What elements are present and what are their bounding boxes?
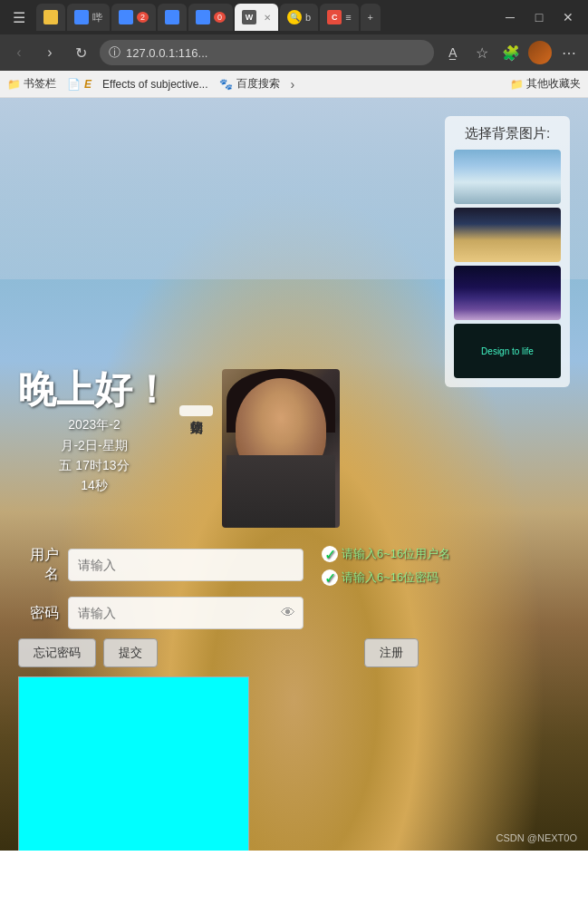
baidu-label: 百度搜索 <box>236 76 280 92</box>
form-left: 用户名 密码 👁 <box>18 546 304 629</box>
tab-5-badge: 0 <box>214 12 226 23</box>
password-input-wrapper: 👁 <box>68 597 304 629</box>
forgot-password-button[interactable]: 忘记密码 <box>18 638 96 667</box>
plus-icon: + <box>368 12 373 23</box>
baidu-icon: 🐾 <box>219 78 233 91</box>
username-row: 用户名 <box>18 546 304 584</box>
url-text: 127.0.0.1:116... <box>126 46 207 60</box>
greeting-datetime: 晚上好！ 2023年-2月-2日-星期五 17时13分14秒 <box>18 369 170 496</box>
bookmark-bookmarks-bar[interactable]: 📁 书签栏 <box>7 76 56 92</box>
secure-icon: ⓘ <box>109 44 120 61</box>
tab-7[interactable]: 🔍 b <box>280 4 318 31</box>
url-bar[interactable]: ⓘ 127.0.0.1:116... <box>100 40 434 65</box>
celebrity-photo <box>222 369 340 528</box>
page-footer: CSDN @NEXT0O <box>496 832 577 843</box>
page-icon-e: 📄 <box>67 78 81 91</box>
tab-7-label: b <box>305 12 311 23</box>
bookmark-effects[interactable]: Effects of subjective... <box>102 78 208 91</box>
password-label: 密码 <box>18 604 59 623</box>
tab-1-icon <box>43 10 58 24</box>
middle-section: 晚上好！ 2023年-2月-2日-星期五 17时13分14秒 刘德华梁朝伟 <box>0 369 588 528</box>
username-input[interactable] <box>78 558 294 572</box>
favorites-button[interactable]: ☆ <box>470 41 494 64</box>
other-folder-label: 其他收藏夹 <box>526 76 581 92</box>
bookmarks-more-button[interactable]: › <box>291 77 295 92</box>
tab-3-badge: 2 <box>137 12 149 23</box>
greeting-text: 晚上好！ <box>18 369 170 411</box>
tab-group: 哔 2 0 W ✕ <box>36 4 381 31</box>
tab-2-label: 哔 <box>92 11 102 24</box>
password-hint-text: 请输入6~16位密码 <box>342 569 439 586</box>
datetime-text: 2023年-2月-2日-星期五 17时13分14秒 <box>18 414 170 496</box>
minimize-button[interactable]: ─ <box>497 5 523 30</box>
tab-7-icon: 🔍 <box>287 10 302 24</box>
register-button[interactable]: 注册 <box>364 638 419 667</box>
bg-thumb-1[interactable] <box>454 150 561 204</box>
extensions-button[interactable]: 🧩 <box>499 41 523 64</box>
profile-avatar[interactable] <box>528 41 552 64</box>
menu-button[interactable]: ⋯ <box>557 41 581 64</box>
top-section: 选择背景图片: Design to life <box>0 98 588 396</box>
bg-thumbnails: Design to life <box>454 150 561 378</box>
tab-6-icon: W <box>242 10 256 24</box>
bookmark-other-folder[interactable]: 📁 其他收藏夹 <box>510 76 581 92</box>
title-bar: ☰ 哔 2 <box>0 0 588 34</box>
datetime-value: 2023年-2月-2日-星期五 17时13分14秒 <box>59 417 129 492</box>
tab-row: ☰ 哔 2 <box>7 4 381 31</box>
bg-thumb-3[interactable] <box>454 266 561 320</box>
new-tab-button[interactable]: + <box>361 4 381 31</box>
form-section: 用户名 密码 👁 ✓ 请输入6~16位用 <box>0 528 588 638</box>
form-hints: ✓ 请输入6~16位用户名 ✓ 请输入6~16位密码 <box>304 546 450 586</box>
tab-5[interactable]: 0 <box>188 4 233 31</box>
username-hint-text: 请输入6~16位用户名 <box>342 546 450 562</box>
password-row: 密码 👁 <box>18 597 304 629</box>
sidebar-toggle-button[interactable]: ☰ <box>7 5 31 29</box>
cyan-box <box>18 676 249 851</box>
bookmark-baidu[interactable]: 🐾 百度搜索 <box>219 76 280 92</box>
celebrity-list: 刘德华梁朝伟 <box>179 405 213 416</box>
address-bar: ‹ › ↻ ⓘ 127.0.0.1:116... A̲ ☆ 🧩 ⋯ <box>0 34 588 71</box>
submit-button[interactable]: 提交 <box>103 638 158 667</box>
bookmark-e-letter: E <box>84 78 92 91</box>
maximize-button[interactable]: □ <box>526 5 552 30</box>
refresh-button[interactable]: ↻ <box>69 41 92 64</box>
username-label: 用户名 <box>18 546 59 584</box>
tab-3[interactable]: 2 <box>111 4 156 31</box>
tab-8-label: ≡ <box>345 12 351 23</box>
tab-8[interactable]: C ≡ <box>320 4 358 31</box>
toolbar-icons: A̲ ☆ 🧩 ⋯ <box>441 41 581 64</box>
browser-chrome: ☰ 哔 2 <box>0 0 588 98</box>
effects-label: Effects of subjective... <box>102 78 208 91</box>
tab-2-icon <box>74 10 89 24</box>
bookmark-bar-label: 书签栏 <box>24 76 56 92</box>
other-folder-icon: 📁 <box>510 78 524 91</box>
username-input-wrapper <box>68 549 304 581</box>
footer-text: CSDN @NEXT0O <box>496 832 577 843</box>
close-button[interactable]: ✕ <box>555 5 581 30</box>
password-toggle-icon[interactable]: 👁 <box>281 605 295 621</box>
buttons-row: 忘记密码 提交 注册 <box>0 638 444 667</box>
bg-thumb-2[interactable] <box>454 208 561 262</box>
tab-6-active[interactable]: W ✕ <box>235 4 278 31</box>
tab-4[interactable] <box>158 4 187 31</box>
photo-body <box>227 455 335 528</box>
password-hint: ✓ 请输入6~16位密码 <box>322 569 450 586</box>
bookmark-e-page[interactable]: 📄 E <box>67 78 92 91</box>
back-button[interactable]: ‹ <box>7 41 31 64</box>
username-hint: ✓ 请输入6~16位用户名 <box>322 546 450 562</box>
tab-8-icon: C <box>327 10 342 24</box>
cyan-container: Test1 Test2 Test3 Test4 <box>18 676 249 851</box>
translate-button[interactable]: A̲ <box>441 41 465 64</box>
tab-4-icon <box>165 10 179 24</box>
page-wrapper: 选择背景图片: Design to life 晚上好！ 2023年-2月-2日-… <box>0 98 588 851</box>
tab-6-close[interactable]: ✕ <box>264 13 271 23</box>
bg-chooser-title: 选择背景图片: <box>454 125 561 142</box>
tab-2[interactable]: 哔 <box>67 4 110 31</box>
bg-chooser: 选择背景图片: Design to life <box>445 116 570 387</box>
password-hint-check-icon: ✓ <box>322 569 338 586</box>
password-input[interactable] <box>78 606 286 620</box>
folder-icon: 📁 <box>7 78 21 91</box>
forward-button[interactable]: › <box>38 41 62 64</box>
tab-1[interactable] <box>36 4 65 31</box>
main-content: 选择背景图片: Design to life 晚上好！ 2023年-2月-2日-… <box>0 98 588 851</box>
